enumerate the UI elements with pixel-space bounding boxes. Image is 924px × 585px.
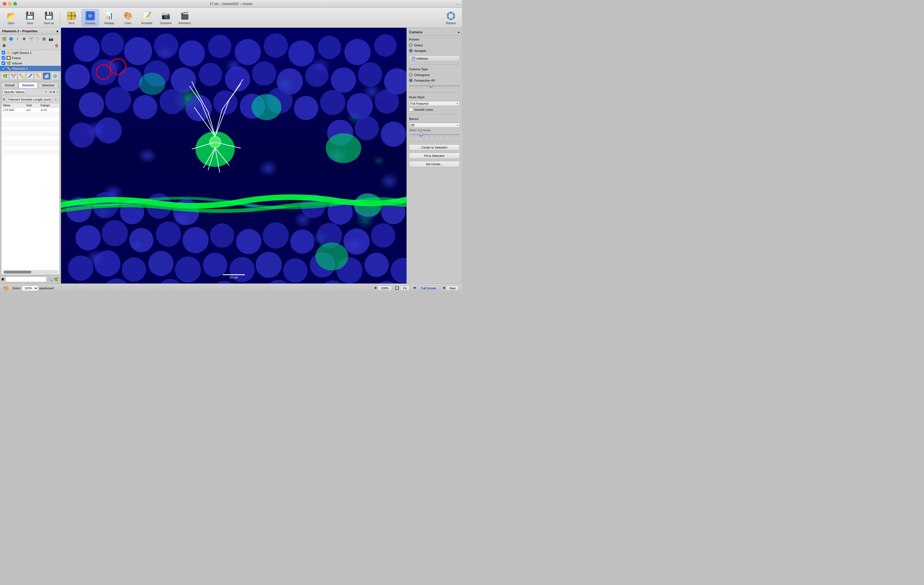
- svg-point-85: [175, 257, 201, 283]
- brush-tool-btn[interactable]: 🖊️: [26, 73, 34, 80]
- inmotion-button[interactable]: IM InMotion: [409, 56, 460, 62]
- tree-item-volume[interactable]: 🌿 Volume: [0, 61, 61, 66]
- fit-to-selection-button[interactable]: Fit to Selection: [409, 153, 460, 159]
- camera-btn[interactable]: 📷: [48, 36, 54, 42]
- surpass-button[interactable]: Surpass: [81, 9, 99, 26]
- snowflake-btn[interactable]: ❄: [21, 36, 27, 42]
- h-scrollbar[interactable]: [3, 270, 58, 274]
- color-tool-btn[interactable]: 🌿: [1, 73, 9, 80]
- delete-item-btn[interactable]: ✖: [1, 276, 5, 282]
- offset-slider-thumb[interactable]: [419, 133, 423, 137]
- volume-checkbox[interactable]: [2, 61, 5, 65]
- annotate-button[interactable]: 📝 Annotate: [138, 9, 156, 26]
- perspective-radio[interactable]: [409, 79, 412, 82]
- save-button[interactable]: 💾 Save: [21, 9, 39, 26]
- canvas-area[interactable]: 20 um: [61, 28, 406, 283]
- surpass-icon: [85, 11, 95, 21]
- animation-button[interactable]: 🎬 Animation: [176, 9, 193, 26]
- edit-tool-btn[interactable]: ✏️: [35, 73, 42, 80]
- snapshot-button[interactable]: 📷 Snapshot: [157, 9, 175, 26]
- tree-item-light1[interactable]: ☀️ Light Source 1: [0, 50, 61, 55]
- dots-btn[interactable]: ⁛: [35, 36, 41, 42]
- btn-navi[interactable]: Navi: [446, 286, 459, 291]
- smooth-lines-row[interactable]: Smooth Lines: [409, 108, 460, 111]
- flower-btn[interactable]: ✿: [1, 43, 7, 49]
- draw-style-select[interactable]: Full Featured Wireframe Solid: [409, 101, 460, 106]
- svg-line-120: [189, 86, 201, 102]
- orthogonal-radio-row[interactable]: Orthogonal: [409, 73, 460, 77]
- tree-item-frame[interactable]: 🔲 Frame: [0, 55, 61, 61]
- slice-button[interactable]: Slice: [63, 9, 80, 26]
- add-stat-btn[interactable]: ❋: [50, 91, 52, 94]
- smooth-lines-checkbox[interactable]: [409, 108, 412, 111]
- light1-checkbox[interactable]: [2, 51, 5, 54]
- tab-detailed[interactable]: Detailed: [18, 82, 38, 88]
- table-row[interactable]: 176.845 um ❋ Fil: [2, 108, 59, 112]
- svg-line-117: [194, 107, 215, 137]
- svg-point-60: [66, 197, 91, 222]
- col-header-unit: Unit: [25, 103, 39, 108]
- h-scrollbar-thumb[interactable]: [3, 271, 31, 274]
- svg-point-80: [371, 223, 395, 247]
- stat-select[interactable]: Filament Dendrite Length (sum): [7, 97, 53, 102]
- bitplane-button[interactable]: Bitplane: [442, 9, 460, 26]
- add-item-btn[interactable]: 🌿: [1, 36, 7, 42]
- delete-btn[interactable]: 🗑: [54, 43, 60, 49]
- select-radio[interactable]: [409, 43, 412, 47]
- svg-rect-17: [48, 74, 48, 78]
- arrow-btn[interactable]: ↑: [15, 36, 21, 42]
- vantage-button[interactable]: 📊 Vantage: [100, 9, 118, 26]
- tab-selection[interactable]: Selection: [38, 82, 58, 88]
- open-button[interactable]: 📂 Open: [2, 9, 20, 26]
- navigate-radio[interactable]: [409, 49, 412, 53]
- close-button[interactable]: [3, 2, 7, 5]
- svg-point-42: [384, 68, 406, 94]
- minimize-button[interactable]: [8, 2, 12, 5]
- svg-point-89: [283, 258, 307, 282]
- search-input[interactable]: [5, 277, 47, 282]
- zoom-select[interactable]: 183% 100% 50% 200%: [22, 285, 38, 291]
- perspective-label: Perspective 45°: [414, 79, 436, 82]
- leaf-btn[interactable]: 🌱: [28, 36, 34, 42]
- tree-item-filaments2[interactable]: ✏️ Filaments 2: [0, 66, 61, 71]
- btn-fit[interactable]: Fit: [400, 286, 409, 291]
- coloc-label: Coloc: [124, 21, 132, 25]
- tab-overall[interactable]: Overall: [1, 82, 18, 88]
- grid-btn[interactable]: ⊞: [41, 36, 47, 42]
- annotate-label: Annotate: [141, 21, 152, 25]
- save-as-button[interactable]: 💾 Save as: [40, 9, 58, 26]
- save-as-label: Save as: [44, 21, 54, 25]
- search-btn[interactable]: 🔍: [48, 276, 53, 282]
- svg-point-22: [179, 40, 205, 66]
- btn-100[interactable]: 100%: [378, 286, 392, 291]
- chart-tool-btn[interactable]: [43, 73, 51, 80]
- filter-tool-btn[interactable]: ✂️: [10, 73, 17, 80]
- camera-close-icon[interactable]: ●: [458, 30, 460, 34]
- svg-point-37: [252, 61, 276, 86]
- set-center-button[interactable]: Set Center...: [409, 161, 460, 167]
- center-to-selection-button[interactable]: Center to Selection: [409, 144, 460, 150]
- stereo-select[interactable]: Off On: [409, 123, 460, 128]
- specific-values-select[interactable]: Specific Values: [3, 89, 26, 94]
- remove-stat-btn[interactable]: ✖: [53, 91, 55, 94]
- btn-fullscreen[interactable]: Full Screen: [418, 286, 439, 291]
- frame-checkbox[interactable]: [2, 56, 5, 60]
- select-radio-row[interactable]: Select: [409, 43, 460, 47]
- frame-label: Frame: [12, 56, 59, 60]
- settings-tool-btn[interactable]: ⚙️: [51, 73, 59, 80]
- window-controls[interactable]: [3, 2, 17, 5]
- draw-tool-btn[interactable]: ✏️: [18, 73, 26, 80]
- svg-point-24: [234, 39, 261, 65]
- coloc-button[interactable]: 🎨 Coloc: [119, 9, 137, 26]
- svg-point-73: [182, 227, 208, 253]
- export-stat-btn[interactable]: ↗: [56, 91, 58, 94]
- orthogonal-radio[interactable]: [409, 73, 412, 77]
- filaments2-checkbox[interactable]: [2, 67, 5, 70]
- navigate-radio-row[interactable]: Navigate: [409, 49, 460, 53]
- maximize-button[interactable]: [13, 2, 17, 5]
- color-btn[interactable]: 🌿: [54, 276, 58, 282]
- perspective-radio-row[interactable]: Perspective 45°: [409, 79, 460, 82]
- lasso-btn[interactable]: 🔷: [8, 36, 14, 42]
- panel-close-icon[interactable]: ●: [56, 29, 59, 33]
- zoom-label: Zoom:: [12, 287, 21, 290]
